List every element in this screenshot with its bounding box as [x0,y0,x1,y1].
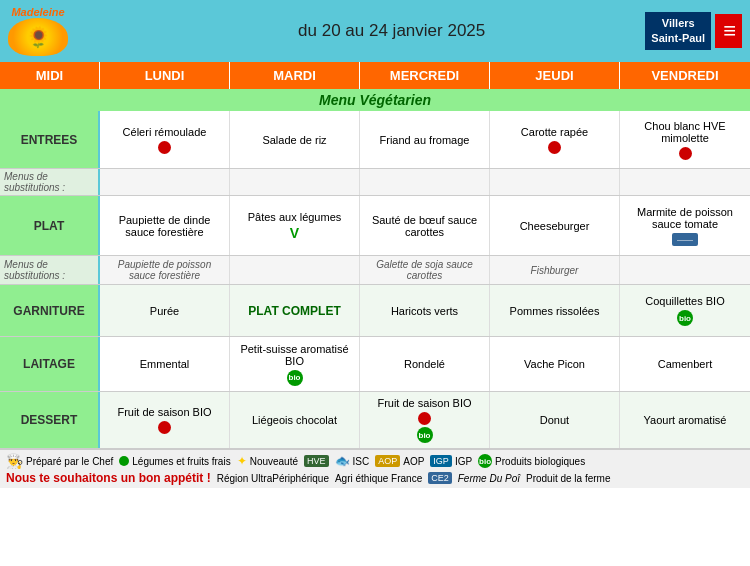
igp-item: IGP IGP [430,455,472,467]
day-mercredi: MERCREDI [360,62,490,89]
subst-plat-row: Menus de substitutions : Paupiette de po… [0,256,750,285]
bio-footer-badge: bio [478,454,492,468]
stripe-icon: ≡ [715,14,742,48]
laitage-vendredi: Camenbert [620,337,750,391]
day-midi: MIDI [0,62,100,89]
dessert-lundi: Fruit de saison BIO [100,392,230,448]
cat-dessert: DESSERT [0,392,100,448]
dessert-vendredi: Yaourt aromatisé [620,392,750,448]
entree-jeudi: Carotte rapée [490,111,620,168]
plat-vendredi: Marmite de poisson sauce tomate —— [620,196,750,255]
bio-badge-laitage: bio [287,370,303,386]
garniture-mardi: PLAT COMPLET [230,285,360,336]
footer: 👨‍🍳 Préparé par le Chef Légumes et fruit… [0,449,750,488]
menu-title-row: Menu Végétarien [0,89,750,111]
garniture-jeudi: Pommes rissolées [490,285,620,336]
aop-item: AOP AOP [375,455,424,467]
plat-jeudi: Cheeseburger [490,196,620,255]
footer-icons-row: 👨‍🍳 Préparé par le Chef Légumes et fruit… [6,453,744,469]
header-right-logos: Villers Saint-Paul ≡ [645,12,742,51]
entrees-row: ENTREES Céleri rémoulade Salade de riz F… [0,111,750,169]
region-text: Région UltraPériphérique [217,473,329,484]
dessert-mardi: Liégeois chocolat [230,392,360,448]
hve-item: HVE [304,455,329,467]
blue-rect-vendredi: —— [672,233,698,246]
isc-item: 🐟 ISC [335,454,370,468]
bio-badge-dessert-mercredi: bio [417,427,433,443]
subst-plat-mardi [230,256,360,284]
laitage-row: LAITAGE Emmental Petit-suisse aromatisé … [0,337,750,392]
aop-badge: AOP [375,455,400,467]
garniture-lundi: Purée [100,285,230,336]
subst-entrees-row: Menus de substitutions : [0,169,750,196]
bon-appetit: Nous te souhaitons un bon appétit ! [6,471,211,485]
subst-plat-mercredi: Galette de soja sauce carottes [360,256,490,284]
subst-plat-label: Menus de substitutions : [0,256,100,284]
chef-icon: 👨‍🍳 [6,453,23,469]
subst-entrees-label: Menus de substitutions : [0,169,100,195]
veg-icon: V [290,225,299,241]
dessert-jeudi: Donut [490,392,620,448]
legumes-item: Légumes et fruits frais [119,456,230,467]
ferme-text: Ferme Du Poî [458,473,520,484]
footer-bottom-row: Nous te souhaitons un bon appétit ! Régi… [6,471,744,485]
nouveaute-item: ✦ Nouveauté [237,454,298,468]
fish-icon: 🐟 [335,454,350,468]
menu-title: Menu Végétarien [319,92,431,108]
chef-item: 👨‍🍳 Préparé par le Chef [6,453,113,469]
subst-plat-vendredi [620,256,750,284]
red-dot-entree-lundi [158,141,171,154]
bio-footer-item: bio Produits biologiques [478,454,585,468]
garniture-mercredi: Haricots verts [360,285,490,336]
day-mardi: MARDI [230,62,360,89]
cat-entrees: ENTREES [0,111,100,168]
plat-row: PLAT Paupiette de dinde sauce forestière… [0,196,750,256]
entree-mercredi: Friand au fromage [360,111,490,168]
header: Madeleine 🌻 du 20 au 24 janvier 2025 Vil… [0,0,750,62]
day-jeudi: JEUDI [490,62,620,89]
star-icon: ✦ [237,454,247,468]
entree-vendredi: Chou blanc HVE mimolette [620,111,750,168]
red-dot-entree-jeudi [548,141,561,154]
garniture-row: GARNITURE Purée PLAT COMPLET Haricots ve… [0,285,750,337]
ce2-badge: CE2 [428,472,452,484]
red-dot-dessert-lundi [158,421,171,434]
igp-badge: IGP [430,455,452,467]
bio-badge-garniture: bio [677,310,693,326]
red-dot-dessert-mercredi [418,412,431,425]
day-vendredi: VENDREDI [620,62,750,89]
dessert-row: DESSERT Fruit de saison BIO Liégeois cho… [0,392,750,449]
laitage-mardi: Petit-suisse aromatisé BIO bio [230,337,360,391]
cat-laitage: LAITAGE [0,337,100,391]
agri-text: Agri éthique France [335,473,422,484]
header-title: du 20 au 24 janvier 2025 [138,21,645,41]
entree-lundi: Céleri rémoulade [100,111,230,168]
laitage-lundi: Emmental [100,337,230,391]
entree-mardi: Salade de riz [230,111,360,168]
cat-plat: PLAT [0,196,100,255]
plat-mardi: Pâtes aux légumes V [230,196,360,255]
plat-lundi: Paupiette de dinde sauce forestière [100,196,230,255]
madeleine-logo: Madeleine 🌻 [8,7,68,56]
subst-plat-lundi: Paupiette de poisson sauce forestière [100,256,230,284]
villers-logo: Villers Saint-Paul [645,12,711,51]
produit-text: Produit de la ferme [526,473,611,484]
subst-plat-jeudi: Fishburger [490,256,620,284]
day-headers: MIDI LUNDI MARDI MERCREDI JEUDI VENDREDI [0,62,750,89]
day-lundi: LUNDI [100,62,230,89]
dessert-mercredi: Fruit de saison BIO bio [360,392,490,448]
cat-garniture: GARNITURE [0,285,100,336]
laitage-jeudi: Vache Picon [490,337,620,391]
logo-area: Madeleine 🌻 [8,7,138,56]
garniture-vendredi: Coquillettes BIO bio [620,285,750,336]
plat-mercredi: Sauté de bœuf sauce carottes [360,196,490,255]
green-dot-legumes [119,456,129,466]
laitage-mercredi: Rondelé [360,337,490,391]
red-dot-entree-vendredi [679,147,692,160]
hve-badge: HVE [304,455,329,467]
